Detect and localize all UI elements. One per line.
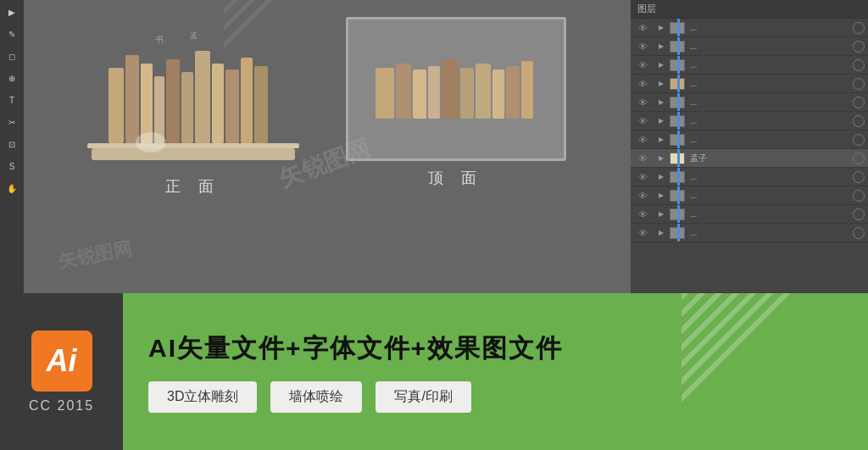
layer-row[interactable]: 👁 ▶ ... (631, 56, 868, 75)
layer-row[interactable]: 👁 ▶ ... (631, 205, 868, 224)
books-front-illustration: 书 孟 (83, 17, 303, 169)
layer-visibility-icon[interactable]: 👁 (631, 97, 654, 108)
layer-target-icon[interactable] (853, 171, 865, 183)
watermark-secondary: 矢锐图网 (56, 236, 134, 275)
svg-rect-11 (241, 58, 253, 143)
layer-visibility-icon[interactable]: 👁 (631, 191, 654, 201)
svg-rect-2 (108, 68, 124, 143)
layer-name: ... (687, 191, 853, 200)
layer-target-icon[interactable] (853, 190, 865, 202)
svg-text:孟: 孟 (190, 31, 198, 40)
layer-visibility-icon[interactable]: 👁 (631, 172, 654, 182)
layer-expand-icon[interactable]: ▶ (654, 192, 668, 199)
layers-header: 图层 (631, 0, 868, 19)
toolbar-icon-select[interactable]: ▶ (3, 3, 20, 20)
svg-point-13 (136, 132, 166, 153)
layer-expand-icon[interactable]: ▶ (654, 80, 668, 87)
app-container: ▶ ✎ ◻ ⊕ T ✂ ⊡ S ✋ (0, 0, 868, 450)
banner-tag-3d: 3D立体雕刻 (148, 381, 257, 413)
layer-row[interactable]: 👁 ▶ ... (631, 93, 868, 112)
toolbar-icon-pen[interactable]: ✎ (3, 25, 20, 42)
layer-row[interactable]: 👁 ▶ ... (631, 37, 868, 56)
layer-target-icon[interactable] (853, 153, 865, 164)
layer-expand-icon[interactable]: ▶ (654, 61, 668, 69)
toolbar-icon-add[interactable]: ⊕ (3, 69, 20, 86)
svg-rect-23 (492, 69, 504, 119)
toolbar-icon-scissors[interactable]: ✂ (3, 114, 20, 131)
toolbar-icon-rect[interactable]: ◻ (3, 47, 20, 64)
layer-expand-icon[interactable]: ▶ (654, 98, 668, 106)
layer-target-icon[interactable] (853, 59, 865, 71)
layer-expand-icon[interactable]: ▶ (654, 173, 668, 181)
layer-visibility-icon[interactable]: 👁 (631, 135, 654, 145)
layer-target-icon[interactable] (853, 97, 865, 108)
ai-logo: Ai (31, 331, 92, 392)
banner-tag-wall: 墙体喷绘 (270, 381, 362, 413)
toolbar-icon-type[interactable]: T (3, 92, 20, 108)
svg-rect-18 (413, 69, 426, 119)
svg-rect-1 (87, 143, 299, 148)
layer-expand-icon[interactable]: ▶ (654, 42, 668, 50)
ai-version-label: CC 2015 (29, 398, 94, 414)
layer-expand-icon[interactable]: ▶ (654, 210, 668, 218)
layer-visibility-icon[interactable]: 👁 (631, 116, 654, 126)
canvas-area[interactable]: 书 孟 正 面 (24, 0, 631, 293)
svg-rect-17 (396, 64, 411, 119)
layer-row[interactable]: 👁 ▶ ... (631, 224, 868, 242)
layer-row[interactable]: 👁 ▶ ... (631, 131, 868, 149)
bottom-banner: Ai CC 2015 AI矢量文件+字体文件+效果图文件 3D立体雕刻 墙体喷绘… (0, 293, 868, 450)
layer-visibility-icon[interactable]: 👁 (631, 79, 654, 89)
layer-target-icon[interactable] (853, 78, 865, 90)
layer-target-icon[interactable] (853, 115, 865, 127)
layer-name: ... (687, 97, 853, 107)
layer-expand-icon[interactable]: ▶ (654, 136, 668, 143)
layer-visibility-icon[interactable]: 👁 (631, 228, 654, 238)
layer-target-icon[interactable] (853, 41, 865, 53)
layer-row[interactable]: 👁 ▶ 孟子 (631, 149, 868, 168)
top-view-box (346, 17, 566, 161)
left-toolbar: ▶ ✎ ◻ ⊕ T ✂ ⊡ S ✋ (0, 0, 24, 293)
toolbar-icon-zoom[interactable]: ⊡ (3, 136, 20, 153)
layer-name: ... (687, 172, 853, 181)
layer-target-icon[interactable] (853, 22, 865, 34)
layer-row[interactable]: 👁 ▶ ... (631, 186, 868, 205)
layer-target-icon[interactable] (853, 134, 865, 146)
layer-expand-icon[interactable]: ▶ (654, 154, 668, 162)
svg-rect-0 (92, 148, 295, 160)
layer-name: ... (687, 79, 853, 88)
svg-rect-8 (195, 51, 210, 143)
svg-rect-4 (141, 64, 153, 143)
layer-expand-icon[interactable]: ▶ (654, 24, 668, 31)
layer-row[interactable]: 👁 ▶ ... (631, 19, 868, 37)
layer-visibility-icon[interactable]: 👁 (631, 60, 654, 70)
layer-visibility-icon[interactable]: 👁 (631, 23, 654, 33)
svg-rect-12 (254, 66, 268, 143)
banner-tag-print: 写真/印刷 (376, 381, 470, 413)
layer-expand-icon[interactable]: ▶ (654, 229, 668, 236)
layer-expand-icon[interactable]: ▶ (654, 117, 668, 125)
svg-rect-25 (521, 61, 533, 119)
layer-row[interactable]: 👁 ▶ ... (631, 168, 868, 186)
layer-name: ... (687, 60, 853, 69)
layer-row[interactable]: 👁 ▶ ... (631, 112, 868, 131)
svg-text:书: 书 (155, 35, 164, 44)
banner-tags: 3D立体雕刻 墙体喷绘 写真/印刷 (148, 381, 843, 413)
svg-rect-3 (125, 55, 139, 143)
toolbar-icon-hand[interactable]: ✋ (3, 180, 20, 197)
layer-target-icon[interactable] (853, 227, 865, 239)
layer-name: ... (687, 116, 853, 125)
svg-rect-10 (225, 69, 239, 143)
layers-title: 图层 (637, 3, 656, 15)
banner-content: AI矢量文件+字体文件+效果图文件 3D立体雕刻 墙体喷绘 写真/印刷 (123, 293, 868, 450)
layer-visibility-icon[interactable]: 👁 (631, 42, 654, 52)
svg-rect-9 (212, 64, 224, 143)
layer-name: ... (687, 42, 853, 51)
layer-row[interactable]: 👁 ▶ ... (631, 75, 868, 93)
top-section: ▶ ✎ ◻ ⊕ T ✂ ⊡ S ✋ (0, 0, 868, 293)
layer-visibility-icon[interactable]: 👁 (631, 153, 654, 164)
layer-target-icon[interactable] (853, 208, 865, 220)
svg-rect-7 (181, 72, 193, 143)
toolbar-icon-s[interactable]: S (3, 158, 20, 175)
svg-rect-19 (428, 66, 440, 119)
layer-visibility-icon[interactable]: 👁 (631, 209, 654, 219)
